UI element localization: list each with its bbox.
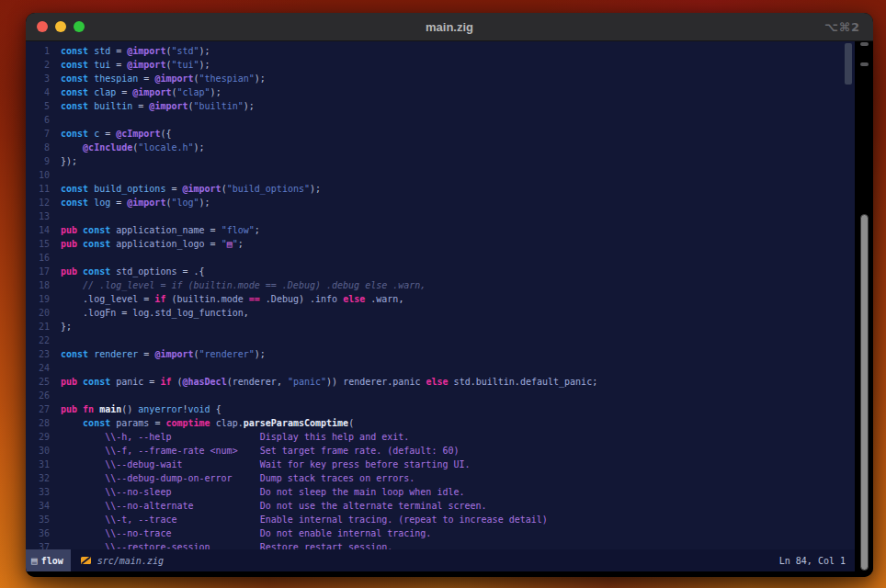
code-line-text: const tui = @import("tui"); (61, 58, 210, 72)
flow-logo-icon: ▤ (31, 555, 38, 567)
code-line-text: const params = comptime clap.parseParams… (61, 416, 354, 430)
code-line: 27pub fn main() anyerror!void { (26, 402, 855, 416)
line-number: 7 (31, 127, 50, 141)
code-line: 10 (26, 168, 855, 182)
code-line: 33 \\--no-sleep Do not sleep the main lo… (26, 485, 855, 499)
code-line: 6 (26, 113, 855, 127)
line-number: 4 (31, 85, 50, 99)
line-number: 12 (31, 196, 50, 209)
code-line: 3const thespian = @import("thespian"); (26, 72, 855, 85)
code-line-text: const build_options = @import("build_opt… (61, 182, 321, 196)
line-number: 34 (31, 499, 50, 513)
code-line: 24 (26, 361, 855, 375)
line-number: 31 (31, 458, 50, 471)
code-line-text: @cInclude("locale.h"); (61, 141, 205, 154)
line-number: 8 (31, 141, 50, 154)
line-number: 18 (31, 278, 50, 292)
window-bottom-border (26, 571, 873, 577)
code-line-text: .logFn = log.std_log_function, (61, 306, 249, 320)
code-line: 8 @cInclude("locale.h"); (26, 141, 855, 154)
code-line-text: const clap = @import("clap"); (61, 85, 222, 99)
code-line: 14pub const application_name = "flow"; (26, 223, 855, 237)
line-number: 35 (31, 513, 50, 526)
status-bar: ▤ flow src/main.zig Ln 84, Col 1 (26, 549, 855, 571)
code-line: 32 \\--debug-dump-on-error Dump stack tr… (26, 471, 855, 485)
code-line: 18 // .log_level = if (builtin.mode == .… (26, 278, 855, 292)
desktop: { "window": { "title": "main.zig", "shor… (0, 0, 886, 588)
editor-scrollbar-thumb[interactable] (845, 43, 852, 85)
code-line-text: }; (61, 320, 72, 334)
code-line: 2const tui = @import("tui"); (26, 58, 855, 72)
code-line: 13 (26, 209, 855, 223)
code-line-text: \\--restore-session Restore restart sess… (61, 540, 392, 549)
line-number: 6 (31, 113, 50, 127)
code-line: 29 \\-h, --help Display this help and ex… (26, 430, 855, 444)
line-number: 37 (31, 540, 50, 549)
code-line-text: \\-f, --frame-rate <num> Set target fram… (61, 444, 459, 458)
line-number: 15 (31, 237, 50, 251)
code-line-text: }); (61, 154, 77, 168)
code-line: 22 (26, 334, 855, 347)
code-line-text: pub const std_options = .{ (61, 265, 205, 278)
code-line: 1const std = @import("std"); (26, 44, 855, 58)
line-number: 11 (31, 182, 50, 196)
line-number: 10 (31, 168, 50, 182)
code-line: 34 \\--no-alternate Do not use the alter… (26, 499, 855, 513)
code-line: 15pub const application_logo = "▤"; (26, 237, 855, 251)
line-number: 21 (31, 320, 50, 334)
code-line-text: const c = @cImport({ (61, 127, 171, 141)
line-number: 25 (31, 375, 50, 389)
line-number: 14 (31, 223, 50, 237)
line-number: 5 (31, 99, 50, 113)
code-line: 9}); (26, 154, 855, 168)
code-line: 16 (26, 251, 855, 265)
code-line-text: \\-t, --trace Enable internal tracing. (… (61, 513, 548, 526)
code-line-text: const thespian = @import("thespian"); (61, 72, 266, 85)
code-line-text: const std = @import("std"); (61, 44, 210, 58)
code-line-text: \\-h, --help Display this help and exit. (61, 430, 409, 444)
line-number: 27 (31, 402, 50, 416)
code-line-text: const log = @import("log"); (61, 196, 210, 209)
code-line-text: pub const panic = if (@hasDecl(renderer,… (61, 375, 597, 389)
scrollbar-mark-top (860, 42, 869, 46)
code-line: 4const clap = @import("clap"); (26, 85, 855, 99)
code-line: 12const log = @import("log"); (26, 196, 855, 209)
code-line-text: pub fn main() anyerror!void { (61, 402, 222, 416)
code-line-text: // .log_level = if (builtin.mode == .Deb… (61, 278, 426, 292)
code-line: 28 const params = comptime clap.parsePar… (26, 416, 855, 430)
app-name-chip[interactable]: ▤ flow (26, 549, 71, 571)
code-line: 5const builtin = @import("builtin"); (26, 99, 855, 113)
line-number: 33 (31, 485, 50, 499)
window-title: main.zig (26, 20, 873, 34)
code-line: 21}; (26, 320, 855, 334)
line-number: 24 (31, 361, 50, 375)
code-line-text: const builtin = @import("builtin"); (61, 99, 255, 113)
line-number: 26 (31, 389, 50, 402)
code-line-text: const renderer = @import("renderer"); (61, 347, 266, 361)
code-line-text: \\--no-alternate Do not use the alternat… (61, 499, 487, 513)
line-number: 2 (31, 58, 50, 72)
code-line: 37 \\--restore-session Restore restart s… (26, 540, 855, 549)
cursor-position-label: Ln 84, Col 1 (779, 556, 846, 566)
line-number: 20 (31, 306, 50, 320)
code-line-text: \\--no-sleep Do not sleep the main loop … (61, 485, 465, 499)
line-number: 3 (31, 72, 50, 85)
code-line-text: .log_level = if (builtin.mode == .Debug)… (61, 292, 403, 306)
line-number: 16 (31, 251, 50, 265)
window-titlebar[interactable]: main.zig ⌥⌘2 (26, 13, 873, 41)
line-number: 23 (31, 347, 50, 361)
code-editor[interactable]: 1const std = @import("std");2const tui =… (26, 41, 855, 549)
line-number: 22 (31, 334, 50, 347)
window-scrollbar-track[interactable] (855, 41, 873, 571)
code-line: 30 \\-f, --frame-rate <num> Set target f… (26, 444, 855, 458)
line-number: 28 (31, 416, 50, 430)
code-line: 17pub const std_options = .{ (26, 265, 855, 278)
code-line-text: pub const application_name = "flow"; (61, 223, 260, 237)
scrollbar-mark-second (860, 62, 869, 66)
code-line-text: \\--debug-dump-on-error Dump stack trace… (61, 471, 415, 485)
line-number: 30 (31, 444, 50, 458)
window-scrollbar-thumb[interactable] (860, 214, 869, 571)
line-number: 1 (31, 44, 50, 58)
line-number: 17 (31, 265, 50, 278)
line-number: 19 (31, 292, 50, 306)
